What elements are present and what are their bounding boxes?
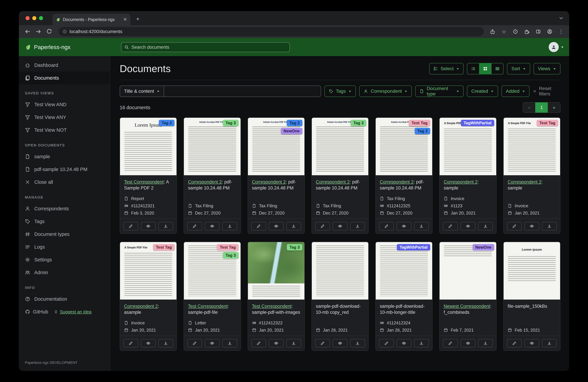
reset-filters-button[interactable]: Reset filters [533,86,560,97]
filter-field-dropdown[interactable]: Title & content [120,85,164,97]
download-button[interactable] [414,222,429,230]
tab-search-chevron-icon[interactable] [558,16,564,21]
correspondent-link[interactable]: Test Correspondent [252,304,292,309]
next-page-button[interactable]: » [548,102,560,113]
view-button[interactable] [269,339,284,347]
reload-button[interactable] [44,27,54,36]
tag-badge[interactable]: Tag 3 [287,244,302,250]
grid-view-button[interactable] [479,63,491,74]
created-filter-button[interactable]: Created [467,85,498,97]
view-button[interactable] [205,339,220,347]
detail-view-button[interactable] [491,63,504,74]
view-button[interactable] [205,222,220,230]
document-type-row[interactable]: Invoice [444,196,492,201]
document-thumbnail[interactable]: Adobe Acrobat PDF Files Test TagTag 2 [376,118,432,176]
document-thumbnail[interactable]: A Simple PDF File TagWithPartial [440,118,496,176]
correspondent-link[interactable]: Correspondent 2 [316,180,350,184]
tag-badge[interactable]: Tag 2 [415,128,430,134]
sidebar-item-documentation[interactable]: Documentation [19,293,110,305]
document-thumbnail[interactable]: Lorem Ipsum Tag 2 [120,118,176,176]
edit-button[interactable] [315,339,330,347]
sidebar-item-correspondents[interactable]: Correspondents [19,202,110,215]
sidebar-item-open-doc-pdf-sample[interactable]: pdf-sample 10.24.48 PM [19,163,110,176]
correspondent-link[interactable]: Correspondent 2 [380,180,414,184]
download-button[interactable] [350,339,365,347]
view-button[interactable] [461,339,475,347]
browser-badge-icon[interactable] [511,27,519,36]
edit-button[interactable] [251,222,266,230]
edit-button[interactable] [379,339,394,347]
side-panel-icon[interactable] [534,27,542,36]
minimize-window-button[interactable] [32,16,36,20]
sidebar-item-documents[interactable]: Documents [19,72,110,84]
tag-badge[interactable]: TagWithPartial [397,244,430,250]
document-thumbnail[interactable]: Tag 3 [248,242,304,300]
correspondent-link[interactable]: Test Correspondent [188,304,228,309]
document-thumbnail[interactable]: TagWithPartial [376,242,432,300]
document-type-filter-button[interactable]: Document type [415,85,463,97]
document-thumbnail[interactable]: Adobe Acrobat PDF Files Tag 3 [184,118,240,176]
view-button[interactable] [397,339,411,347]
download-button[interactable] [222,339,237,347]
profile-icon[interactable] [546,27,554,36]
view-button[interactable] [333,222,347,230]
document-type-row[interactable]: Invoice [124,321,172,325]
back-button[interactable] [23,27,32,36]
download-button[interactable] [542,222,557,230]
edit-button[interactable] [187,339,202,347]
user-menu[interactable] [549,42,564,52]
suggest-idea-link[interactable]: Suggest an idea [54,309,91,315]
sidebar-item-tags[interactable]: Tags [19,215,110,228]
correspondent-link[interactable]: Correspondent 2 [444,180,477,184]
tag-badge[interactable]: Test Tag [217,244,238,250]
download-button[interactable] [414,339,429,347]
document-thumbnail[interactable]: NewOne [440,242,496,300]
tag-badge[interactable]: Test Tag [409,120,430,126]
edit-button[interactable] [123,339,138,347]
view-button[interactable] [333,339,347,347]
forward-button[interactable] [34,27,43,36]
edit-button[interactable] [251,339,266,347]
sort-button[interactable]: Sort [507,63,530,74]
sidebar-item-saved-view-and[interactable]: Test View AND [19,98,110,111]
close-window-button[interactable] [25,16,30,20]
tag-badge[interactable]: Tag 3 [223,252,238,259]
tag-badge[interactable]: Test Tag [537,120,558,126]
download-button[interactable] [286,339,301,347]
browser-menu-icon[interactable]: ⋮ [557,27,565,36]
correspondent-link[interactable]: Correspondent 2 [252,180,286,184]
download-button[interactable] [222,222,237,230]
download-button[interactable] [158,222,173,230]
view-button[interactable] [141,339,156,347]
correspondent-link[interactable]: Newest Correspondent [444,304,490,309]
download-button[interactable] [542,339,557,347]
tag-badge[interactable]: Tag 2 [287,120,302,126]
sidebar-item-dashboard[interactable]: Dashboard [19,59,110,72]
tab-close-icon[interactable]: ✕ [123,17,127,22]
download-button[interactable] [478,222,493,230]
edit-button[interactable] [379,222,394,230]
document-thumbnail[interactable]: Test TagTag 3 [184,242,240,300]
document-thumbnail[interactable]: Adobe Acrobat PDF Files Tag 2NewOne [248,118,304,176]
sidebar-item-saved-view-any[interactable]: Test View ANY [19,111,110,124]
sidebar-item-document-types[interactable]: Document types [19,228,110,241]
document-type-row[interactable]: Report [124,196,172,201]
download-button[interactable] [158,339,173,347]
list-view-button[interactable] [467,63,479,74]
new-tab-button[interactable]: + [134,15,142,23]
sidebar-item-logs[interactable]: Logs [19,241,110,253]
select-button[interactable]: Select [429,63,464,74]
edit-button[interactable] [315,222,330,230]
document-thumbnail[interactable]: A Simple PDF File Test Tag [504,118,560,176]
address-bar[interactable]: localhost:4200/documents [59,27,484,36]
correspondent-link[interactable]: Correspondent 2 [124,304,158,309]
tag-badge[interactable]: Tag 2 [159,120,174,126]
title-content-input[interactable] [164,85,321,97]
correspondent-link[interactable]: Test Correspondent [124,180,164,184]
document-thumbnail[interactable]: Lorem ipsum [504,242,560,300]
sidebar-item-admin[interactable]: Admin [19,266,110,279]
share-icon[interactable] [488,27,497,36]
document-type-row[interactable]: Invoice [508,203,556,208]
view-button[interactable] [269,222,284,230]
sidebar-item-open-doc-sample[interactable]: sample [19,150,110,163]
